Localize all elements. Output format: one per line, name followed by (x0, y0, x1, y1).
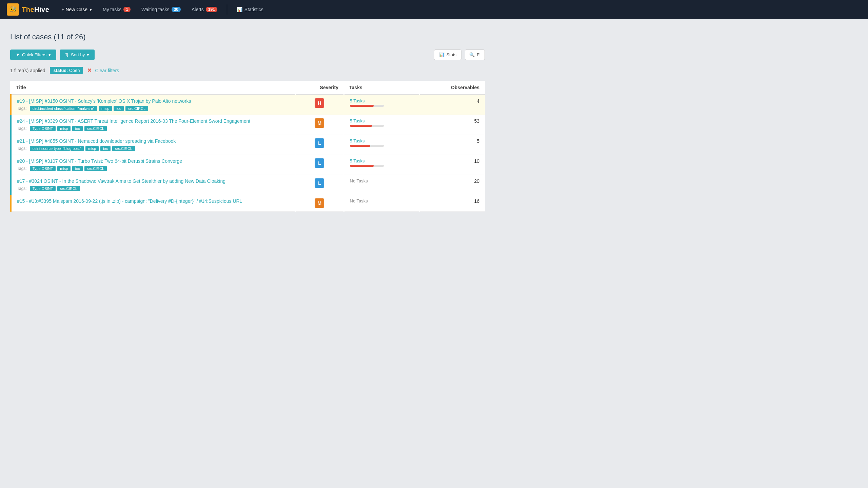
sort-icon: ⇅ (65, 52, 69, 57)
tag: src:CIRCL (125, 106, 148, 111)
progress-bar-container (350, 165, 384, 167)
case-title-link[interactable]: #19 - [MISP] #3150 OSINT - Sofacy's 'Kom… (17, 98, 289, 104)
severity-cell: L (295, 135, 344, 155)
tasks-cell: 5 Tasks (344, 115, 420, 135)
brand-name: TheHive (22, 6, 49, 14)
severity-cell: L (295, 155, 344, 175)
tag: misp (99, 106, 112, 111)
table-row: #24 - [MISP] #3329 OSINT - ASERT Threat … (11, 115, 485, 135)
my-tasks-badge: 1 (123, 7, 131, 12)
case-title-cell: #24 - [MISP] #3329 OSINT - ASERT Threat … (11, 115, 295, 135)
tag: misp (85, 146, 99, 151)
cases-table: Title Severity Tasks Observables #19 - [… (10, 81, 485, 212)
table-row: #19 - [MISP] #3150 OSINT - Sofacy's 'Kom… (11, 95, 485, 115)
progress-bar-red (350, 105, 374, 107)
clear-filters-link[interactable]: Clear filters (95, 68, 119, 73)
tasks-label: 5 Tasks (350, 118, 414, 123)
tag: Type:OSINT (30, 126, 56, 131)
severity-badge: M (315, 198, 324, 208)
case-title-link[interactable]: #15 - #13:#3395 Malspam 2016-09-22 (.js … (17, 198, 289, 204)
dropdown-arrow-icon: ▾ (90, 7, 92, 12)
tags-label: Tags: (17, 186, 27, 191)
case-title-cell: #20 - [MISP] #3107 OSINT - Turbo Twist: … (11, 155, 295, 175)
tag: osint:source-type="blog-post" (30, 146, 84, 151)
severity-badge: L (315, 178, 324, 188)
severity-cell: M (295, 195, 344, 212)
col-header-severity: Severity (295, 81, 344, 95)
tag: ioc (72, 126, 82, 131)
tasks-cell: 5 Tasks (344, 135, 420, 155)
tag: src:CIRCL (84, 126, 107, 131)
severity-cell: H (295, 95, 344, 115)
severity-cell: M (295, 115, 344, 135)
sort-by-button[interactable]: ⇅ Sort by ▾ (60, 50, 95, 60)
tag: misp (57, 166, 71, 171)
tag: ioc (72, 166, 82, 171)
quick-filters-button[interactable]: ▼ Quick Filters ▾ (10, 50, 56, 60)
observables-cell: 4 (420, 95, 485, 115)
stats-button[interactable]: 📊 Stats (434, 50, 462, 60)
tags-row: Tags: Type:OSINTsrc:CIRCL (17, 186, 289, 191)
main-content: List of cases (11 of 26) ▼ Quick Filters… (0, 19, 495, 222)
observables-cell: 5 (420, 135, 485, 155)
observables-cell: 53 (420, 115, 485, 135)
filter-remove-button[interactable]: ✕ (87, 67, 92, 74)
tags-label: Tags: (17, 106, 27, 111)
progress-bar-container (350, 125, 384, 127)
statistics-button[interactable]: 📊 Statistics (233, 4, 268, 15)
severity-cell: L (295, 175, 344, 195)
severity-badge: M (315, 118, 324, 128)
page-title: List of cases (11 of 26) (10, 33, 485, 41)
tasks-label: 5 Tasks (350, 138, 414, 143)
quick-filters-dropdown-icon: ▾ (48, 52, 51, 57)
progress-bar-red (350, 165, 374, 167)
case-title-link[interactable]: #24 - [MISP] #3329 OSINT - ASERT Threat … (17, 118, 289, 124)
table-row: #21 - [MISP] #4855 OSINT - Nemucod downl… (11, 135, 485, 155)
tasks-cell: No Tasks (344, 195, 420, 212)
tasks-label: No Tasks (350, 198, 414, 203)
filter-icon: ▼ (16, 52, 20, 57)
tags-row: Tags: Type:OSINTmispiocsrc:CIRCL (17, 166, 289, 171)
filter-bar: 1 filter(s) applied: status: Open ✕ Clea… (10, 67, 485, 74)
toolbar-right: 📊 Stats 🔍 Fi (434, 50, 485, 60)
waiting-tasks-badge: 30 (172, 7, 181, 12)
case-title-cell: #19 - [MISP] #3150 OSINT - Sofacy's 'Kom… (11, 95, 295, 115)
progress-bar-container (350, 105, 384, 107)
tags-label: Tags: (17, 166, 27, 171)
case-title-link[interactable]: #20 - [MISP] #3107 OSINT - Turbo Twist: … (17, 158, 289, 164)
tags-label: Tags: (17, 146, 27, 151)
waiting-tasks-button[interactable]: Waiting tasks 30 (137, 4, 185, 15)
tasks-cell: 5 Tasks (344, 95, 420, 115)
table-row: #20 - [MISP] #3107 OSINT - Turbo Twist: … (11, 155, 485, 175)
tasks-label: No Tasks (350, 178, 414, 183)
tasks-cell: No Tasks (344, 175, 420, 195)
stats-chart-icon: 📊 (439, 52, 445, 57)
case-title-link[interactable]: #21 - [MISP] #4855 OSINT - Nemucod downl… (17, 138, 289, 144)
progress-bar-container (350, 145, 384, 147)
search-button[interactable]: 🔍 Fi (465, 50, 485, 60)
search-icon: 🔍 (469, 52, 475, 57)
filter-applied-count: 1 filter(s) applied: (10, 68, 46, 73)
observables-cell: 10 (420, 155, 485, 175)
navbar: 🐝 TheHive + New Case ▾ My tasks 1 Waitin… (0, 0, 868, 19)
toolbar: ▼ Quick Filters ▾ ⇅ Sort by ▾ 📊 Stats 🔍 … (10, 50, 485, 60)
tasks-cell: 5 Tasks (344, 155, 420, 175)
table-header-row: Title Severity Tasks Observables (11, 81, 485, 95)
case-title-cell: #15 - #13:#3395 Malspam 2016-09-22 (.js … (11, 195, 295, 212)
new-case-button[interactable]: + New Case ▾ (57, 4, 96, 15)
tags-label: Tags: (17, 126, 27, 131)
my-tasks-button[interactable]: My tasks 1 (99, 4, 135, 15)
progress-bar-red (350, 125, 372, 127)
alerts-button[interactable]: Alerts 191 (188, 4, 221, 15)
observables-cell: 20 (420, 175, 485, 195)
tasks-label: 5 Tasks (350, 98, 414, 103)
tag: Type:OSINT (30, 186, 56, 191)
filter-tag: status: Open (50, 67, 83, 74)
case-title-link[interactable]: #17 - #3024 OSINT - In the Shadows: Vawt… (17, 178, 289, 184)
sort-dropdown-icon: ▾ (87, 52, 89, 57)
progress-bar-red (350, 145, 370, 147)
col-header-title: Title (11, 81, 295, 95)
tag: ioc (100, 146, 111, 151)
col-header-observables: Observables (420, 81, 485, 95)
tag: Type:OSINT (30, 166, 56, 171)
